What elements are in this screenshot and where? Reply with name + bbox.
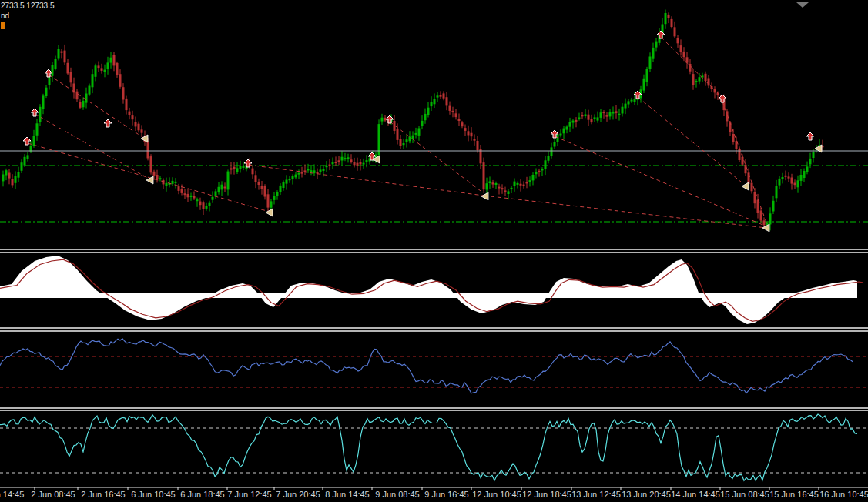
time-axis-label: 2 Jun 16:45 xyxy=(81,490,126,499)
time-axis-label: 13 Jun 12:45 xyxy=(571,490,621,499)
chart-legend: 2733.5 12733.5 nd xyxy=(1,1,55,29)
time-axis-label: 6 Jun 18:45 xyxy=(180,490,225,499)
time-axis-label: 9 Jun 16:45 xyxy=(424,490,469,499)
legend-indicator-text: nd xyxy=(1,11,55,21)
time-axis-label: n 14:45 xyxy=(0,490,24,499)
time-axis-label: 13 Jun 20:45 xyxy=(622,490,671,499)
time-axis-label: 8 Jun 14:45 xyxy=(325,490,370,499)
time-axis-label: 14 Jun 14:45 xyxy=(671,490,720,499)
time-axis-label: 7 Jun 20:45 xyxy=(276,490,320,499)
chart-window: n 14:452 Jun 08:452 Jun 16:456 Jun 10:45… xyxy=(0,0,868,502)
time-axis-label: 15 Jun 16:45 xyxy=(769,490,819,499)
time-axis-label: 16 Jun 10:45 xyxy=(819,490,868,499)
time-axis-label: 9 Jun 08:45 xyxy=(375,490,420,499)
time-axis-label: 2 Jun 08:45 xyxy=(31,490,75,499)
legend-color-swatch xyxy=(1,22,5,29)
time-axis-label: 7 Jun 12:45 xyxy=(227,490,272,499)
time-axis-label: 6 Jun 10:45 xyxy=(131,490,176,499)
time-axis-label: 15 Jun 08:45 xyxy=(720,490,769,499)
time-axis-label: 12 Jun 10:45 xyxy=(472,490,521,499)
trading-chart-svg: n 14:452 Jun 08:452 Jun 16:456 Jun 10:45… xyxy=(0,0,868,502)
time-axis-label: 12 Jun 18:45 xyxy=(522,490,571,499)
price-quote-text: 2733.5 12733.5 xyxy=(1,1,55,11)
